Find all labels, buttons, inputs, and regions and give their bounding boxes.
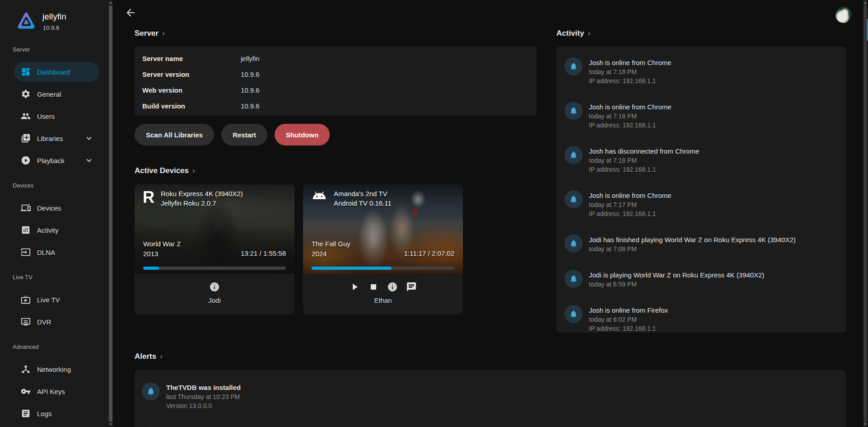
chevron-down-icon xyxy=(84,155,94,165)
sidebar-section-label: Advanced xyxy=(13,343,113,352)
key-icon xyxy=(21,386,31,396)
sidebar-section-server: ServerDashboardGeneralUsersLibrariesPlay… xyxy=(0,46,113,170)
info-button[interactable] xyxy=(209,282,220,292)
notification-texts: Josh is online from Chrometoday at 7:18 … xyxy=(589,57,672,85)
bell-icon xyxy=(146,387,155,396)
device-client: Jellyfin Roku 2.0.7 xyxy=(161,198,243,208)
activity-item: Jodi is playing World War Z on Roku Expr… xyxy=(565,270,837,289)
notification-avatar xyxy=(565,305,583,323)
sidebar-item-label: Live TV xyxy=(37,296,60,304)
notification-detail: IP address: 192.168.1.1 xyxy=(589,209,672,218)
playback-time: 13:21 / 1:55:58 xyxy=(241,249,286,257)
sidebar-item-label: Playback xyxy=(37,157,65,164)
sidebar: jellyfin 10.9.6 ServerDashboardGeneralUs… xyxy=(0,0,113,427)
sidebar-item-general[interactable]: General xyxy=(14,84,99,104)
media-year: 2013 xyxy=(143,249,181,259)
chat-button[interactable] xyxy=(406,282,417,292)
sidebar-section-label: Devices xyxy=(13,182,113,190)
activity-heading[interactable]: Activity xyxy=(556,29,590,38)
sidebar-item-dlna[interactable]: DLNA xyxy=(14,242,99,262)
notification-detail: IP address: 192.168.1.1 xyxy=(589,76,672,85)
device-name: Amanda's 2nd TV xyxy=(334,189,392,198)
sidebar-item-live-tv[interactable]: Live TV xyxy=(14,290,99,310)
devices-icon xyxy=(21,203,31,213)
sidebar-item-libraries[interactable]: Libraries xyxy=(14,128,99,148)
progress-bar xyxy=(312,267,454,270)
media-meta: The Fall Guy2024 xyxy=(312,239,350,259)
notification-detail: Version 13.0.0.0 xyxy=(166,401,241,410)
notification-time: today at 7:08 PM xyxy=(589,244,796,253)
sidebar-item-label: Logs xyxy=(37,410,52,418)
chevron-down-icon xyxy=(84,133,94,143)
bell-icon xyxy=(569,310,578,319)
sidebar-item-dvr[interactable]: DVR xyxy=(14,312,99,332)
active-devices-heading[interactable]: Active Devices xyxy=(135,166,195,175)
info-row: Build version10.9.6 xyxy=(142,98,529,114)
device-card-jodi: RRoku Express 4K (3940X2)Jellyfin Roku 2… xyxy=(135,184,294,314)
shutdown-button[interactable]: Shutdown xyxy=(275,124,330,145)
notification-title: Josh has disconnected from Chrome xyxy=(589,146,699,156)
sidebar-item-users[interactable]: Users xyxy=(14,106,99,126)
analytics-icon xyxy=(21,225,31,235)
scrollbar-thumb[interactable] xyxy=(109,5,112,422)
sidebar-item-activity[interactable]: Activity xyxy=(14,220,99,240)
notification-time: today at 7:18 PM xyxy=(589,112,672,121)
info-icon xyxy=(387,282,398,292)
sidebar-item-api-keys[interactable]: API Keys xyxy=(14,381,99,401)
scrollbar-thumb[interactable] xyxy=(863,5,867,422)
notification-avatar xyxy=(565,146,583,164)
sidebar-item-label: Networking xyxy=(37,366,71,373)
dashboard-icon xyxy=(21,67,31,77)
sidebar-item-playback[interactable]: Playback xyxy=(14,150,99,170)
scroll-down-arrow-icon[interactable] xyxy=(864,423,867,425)
notification-detail: IP address: 192.168.1.1 xyxy=(589,165,699,174)
article-icon xyxy=(21,408,31,418)
info-button[interactable] xyxy=(387,282,398,292)
main-scrollbar[interactable] xyxy=(863,0,867,427)
sidebar-item-dashboard[interactable]: Dashboard xyxy=(14,62,99,82)
bell-icon xyxy=(569,239,578,248)
info-icon xyxy=(209,282,220,292)
scroll-up-arrow-icon[interactable] xyxy=(109,2,112,4)
notification-title: Josh is online from Chrome xyxy=(589,58,672,67)
notification-time: today at 7:18 PM xyxy=(589,156,699,165)
info-label: Web version xyxy=(142,86,241,94)
play-button[interactable] xyxy=(349,282,360,292)
playback-time: 1:11:17 / 2:07:02 xyxy=(404,249,454,257)
device-titles: Amanda's 2nd TVAndroid TV 0.16.11 xyxy=(334,189,392,208)
sidebar-section-advanced: AdvancedNetworkingAPI KeysLogs xyxy=(0,343,113,423)
server-heading[interactable]: Server xyxy=(135,29,165,38)
progress-fill xyxy=(312,267,392,270)
stop-button[interactable] xyxy=(368,282,379,292)
sidebar-item-label: Activity xyxy=(37,226,59,234)
media-meta: World War Z2013 xyxy=(143,239,181,259)
bell-icon xyxy=(569,106,578,115)
notification-texts: TheTVDB was installedlast Thursday at 10… xyxy=(166,382,241,410)
sidebar-item-label: Libraries xyxy=(37,135,63,142)
info-row: Server namejellyfin xyxy=(142,51,529,66)
sidebar-item-networking[interactable]: Networking xyxy=(14,359,99,379)
scan-all-libraries-button[interactable]: Scan All Libraries xyxy=(135,124,214,145)
library-add-icon xyxy=(21,133,31,143)
device-user: Jodi xyxy=(135,296,294,304)
restart-button[interactable]: Restart xyxy=(221,124,267,145)
device-card-ethan: Amanda's 2nd TVAndroid TV 0.16.11The Fal… xyxy=(303,184,463,314)
alerts-card: TheTVDB was installedlast Thursday at 10… xyxy=(135,370,846,427)
playback-controls xyxy=(303,274,463,292)
sidebar-scrollbar[interactable] xyxy=(109,0,112,427)
app-version: 10.9.6 xyxy=(43,24,59,31)
back-button[interactable] xyxy=(125,7,137,19)
notification-title: Jodi has finished playing World War Z on… xyxy=(589,235,796,244)
alerts-heading[interactable]: Alerts xyxy=(135,352,163,361)
notification-texts: Jodi has finished playing World War Z on… xyxy=(589,235,796,253)
notification-time: today at 6:59 PM xyxy=(589,280,765,289)
sidebar-item-label: General xyxy=(37,90,61,98)
scroll-up-arrow-icon[interactable] xyxy=(864,2,867,4)
dvr-icon xyxy=(21,317,31,327)
notification-detail: IP address: 192.168.1.1 xyxy=(589,324,668,333)
sidebar-item-label: Users xyxy=(37,113,55,120)
scroll-down-arrow-icon[interactable] xyxy=(109,423,112,425)
user-avatar[interactable] xyxy=(835,6,852,23)
sidebar-item-devices[interactable]: Devices xyxy=(14,198,99,218)
sidebar-item-logs[interactable]: Logs xyxy=(14,404,99,423)
